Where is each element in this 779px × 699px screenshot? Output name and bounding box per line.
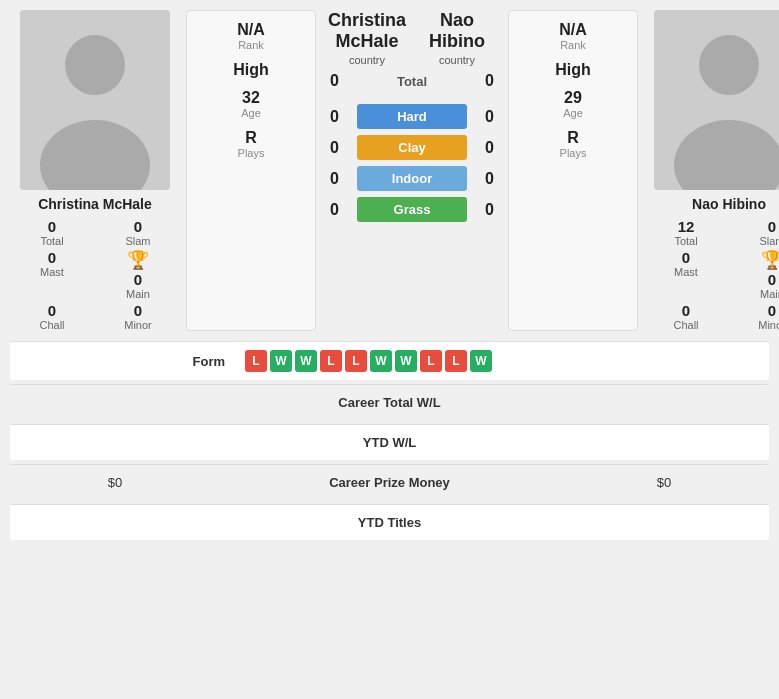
top-section: Christina McHale 0 Total 0 Slam 0 Mast 🏆… [0, 0, 779, 341]
total-label: Total [357, 74, 467, 89]
player2-rank-item: N/A Rank [559, 21, 587, 51]
player1-chall-label: Chall [39, 319, 64, 331]
clay-score-right: 0 [477, 139, 502, 157]
ytd-wl-label: YTD W/L [205, 435, 574, 450]
ytd-titles-row: YTD Titles [10, 504, 769, 540]
player2-country: country [412, 54, 502, 66]
grass-row: 0 Grass 0 [322, 197, 502, 222]
clay-button[interactable]: Clay [357, 135, 467, 160]
career-wl-label: Career Total W/L [205, 395, 574, 410]
player1-main-label: Main [126, 288, 150, 300]
player2-main-label: Main [760, 288, 779, 300]
player1-total-cell: 0 Total [10, 218, 94, 247]
form-badge: W [295, 350, 317, 372]
player1-mast-value: 0 [48, 249, 56, 266]
player2-name: Nao Hibino [692, 196, 766, 212]
form-badge: W [470, 350, 492, 372]
ytd-titles-label: YTD Titles [205, 515, 574, 530]
player1-mast-cell: 0 Mast [10, 249, 94, 300]
indoor-score-left: 0 [322, 170, 347, 188]
player2-plays-value: R [567, 129, 579, 147]
form-row: Form LWWLLWWLLW [10, 341, 769, 380]
player2-minor-cell: 0 Minor [730, 302, 779, 331]
player2-trophy-cell: 🏆 0 Main [730, 249, 779, 300]
form-badge: L [445, 350, 467, 372]
form-badge: W [370, 350, 392, 372]
prize-left: $0 [25, 475, 205, 490]
grass-score-right: 0 [477, 201, 502, 219]
player1-high-value: High [233, 61, 269, 79]
form-badge: L [345, 350, 367, 372]
form-badge: L [420, 350, 442, 372]
player1-age-value: 32 [242, 89, 260, 107]
form-badge: L [320, 350, 342, 372]
player2-rank-label: Rank [560, 39, 586, 51]
player2-info-panel: N/A Rank High 29 Age R Plays [508, 10, 638, 331]
player2-plays-label: Plays [560, 147, 587, 159]
svg-point-4 [699, 35, 759, 95]
player2-trophy-icon: 🏆 [761, 249, 779, 271]
player2-slam-value: 0 [768, 218, 776, 235]
hard-button[interactable]: Hard [357, 104, 467, 129]
player1-country: country [322, 54, 412, 66]
player2-minor-value: 0 [768, 302, 776, 319]
surface-rows: 0 Total 0 0 Hard 0 0 Clay 0 0 [322, 72, 502, 222]
player1-name: Christina McHale [38, 196, 152, 212]
ytd-wl-row: YTD W/L [10, 424, 769, 460]
player1-rank-item: N/A Rank [237, 21, 265, 51]
player2-avatar [654, 10, 779, 190]
player1-total-label: Total [40, 235, 63, 247]
player2-stats-grid: 12 Total 0 Slam 0 Mast 🏆 0 Main 0 [644, 218, 779, 331]
indoor-button[interactable]: Indoor [357, 166, 467, 191]
player1-plays-label: Plays [238, 147, 265, 159]
indoor-row: 0 Indoor 0 [322, 166, 502, 191]
player1-card: Christina McHale 0 Total 0 Slam 0 Mast 🏆… [10, 10, 180, 331]
player1-total-value: 0 [48, 218, 56, 235]
player1-info-panel: N/A Rank High 32 Age R Plays [186, 10, 316, 331]
player2-mast-value: 0 [682, 249, 690, 266]
player2-mast-label: Mast [674, 266, 698, 278]
bottom-section: Form LWWLLWWLLW Career Total W/L YTD W/L… [0, 341, 779, 554]
player2-age-item: 29 Age [563, 89, 583, 119]
player1-slam-label: Slam [125, 235, 150, 247]
player1-avatar [20, 10, 170, 190]
player1-rank-label: Rank [238, 39, 264, 51]
prize-row: $0 Career Prize Money $0 [10, 464, 769, 500]
player2-age-value: 29 [564, 89, 582, 107]
player1-plays-value: R [245, 129, 257, 147]
player1-mast-label: Mast [40, 266, 64, 278]
player1-header: ChristinaMcHale country [322, 10, 412, 66]
player2-header-name: Nao Hibino [412, 10, 502, 52]
clay-row: 0 Clay 0 [322, 135, 502, 160]
player1-stats-grid: 0 Total 0 Slam 0 Mast 🏆 0 Main 0 [10, 218, 180, 331]
main-container: Christina McHale 0 Total 0 Slam 0 Mast 🏆… [0, 0, 779, 554]
player2-rank-value: N/A [559, 21, 587, 39]
prize-right: $0 [574, 475, 754, 490]
player2-chall-value: 0 [682, 302, 690, 319]
player2-total-label: Total [674, 235, 697, 247]
total-score-right: 0 [477, 72, 502, 90]
form-badge: L [245, 350, 267, 372]
form-badge: W [270, 350, 292, 372]
form-badges: LWWLLWWLLW [245, 350, 492, 372]
indoor-score-right: 0 [477, 170, 502, 188]
career-wl-row: Career Total W/L [10, 384, 769, 420]
form-badge: W [395, 350, 417, 372]
player1-chall-cell: 0 Chall [10, 302, 94, 331]
clay-score-left: 0 [322, 139, 347, 157]
player1-chall-value: 0 [48, 302, 56, 319]
player1-high-item: High [233, 61, 269, 79]
grass-score-left: 0 [322, 201, 347, 219]
grass-button[interactable]: Grass [357, 197, 467, 222]
player1-rank-value: N/A [237, 21, 265, 39]
player1-minor-cell: 0 Minor [96, 302, 180, 331]
player1-header-name: ChristinaMcHale [322, 10, 412, 52]
players-header: ChristinaMcHale country Nao Hibino count… [322, 10, 502, 66]
player1-age-item: 32 Age [241, 89, 261, 119]
center-column: ChristinaMcHale country Nao Hibino count… [322, 10, 502, 331]
player2-header: Nao Hibino country [412, 10, 502, 66]
player2-minor-label: Minor [758, 319, 779, 331]
player1-minor-value: 0 [134, 302, 142, 319]
player1-trophy-cell: 🏆 0 Main [96, 249, 180, 300]
player2-plays-item: R Plays [560, 129, 587, 159]
